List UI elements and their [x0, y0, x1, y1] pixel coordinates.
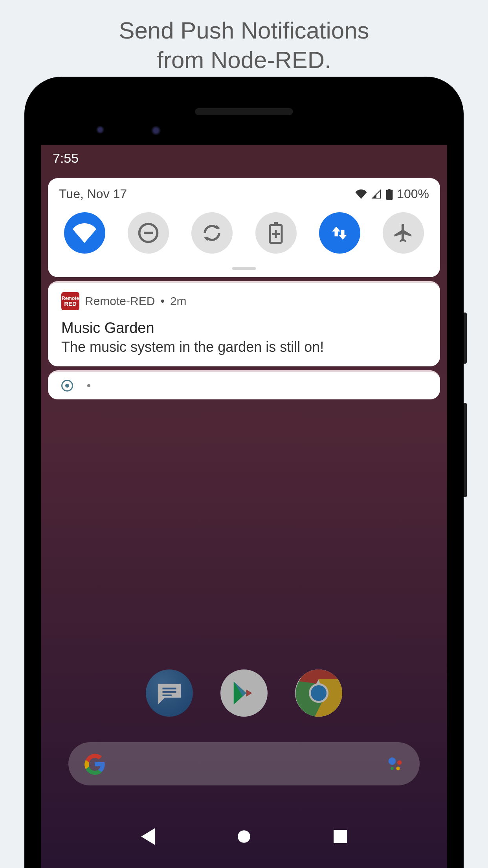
nav-back-button[interactable] [140, 829, 156, 844]
svg-rect-1 [388, 189, 391, 190]
battery-saver-icon [268, 222, 284, 244]
system-update-icon [61, 380, 73, 392]
caption-line2: from Node-RED. [157, 47, 331, 73]
qs-toggle-wifi[interactable] [64, 212, 105, 254]
status-bar: 7:55 [41, 145, 447, 168]
quick-settings-panel[interactable]: Tue, Nov 17 100% [48, 178, 440, 277]
front-camera-1 [96, 125, 105, 134]
messages-app-icon[interactable] [146, 669, 193, 717]
play-store-app-icon[interactable] [220, 669, 268, 717]
caption-line1: Send Push Notifications [119, 17, 369, 44]
notification-app-name: Remote-RED [85, 294, 155, 308]
svg-rect-5 [274, 222, 278, 225]
power-button [464, 313, 467, 364]
nav-recent-button[interactable] [332, 829, 348, 844]
svg-point-15 [391, 767, 394, 770]
separator: • [160, 294, 165, 308]
data-arrows-icon [330, 223, 349, 243]
qs-toggle-airplane[interactable] [383, 212, 424, 254]
google-search-bar[interactable] [68, 742, 420, 785]
svg-point-16 [238, 830, 250, 843]
airplane-icon [393, 222, 414, 244]
navigation-bar [41, 817, 447, 856]
phone-screen: 7:55 Tue, Nov 17 100% [41, 145, 447, 868]
qs-header: Tue, Nov 17 100% [48, 187, 440, 212]
notification-timestamp: 2m [170, 294, 187, 308]
play-store-icon [230, 679, 258, 707]
notification-body: The music system in the garden is still … [61, 339, 427, 355]
app-icon-remote-red: Remote RED [61, 292, 79, 310]
qs-toggle-battery-saver[interactable] [255, 212, 297, 254]
svg-point-14 [396, 767, 400, 770]
back-icon [141, 828, 155, 845]
volume-button [464, 403, 467, 497]
qs-toggle-dnd[interactable] [128, 212, 169, 254]
messages-icon [156, 681, 183, 705]
assistant-icon [386, 755, 404, 773]
wifi-icon [73, 223, 96, 243]
battery-percent: 100% [397, 187, 429, 201]
qs-toggles-row [48, 212, 440, 261]
nav-home-button[interactable] [236, 829, 252, 844]
google-logo-icon [84, 753, 106, 775]
collapsed-notification[interactable] [48, 370, 440, 399]
qs-date: Tue, Nov 17 [59, 187, 127, 201]
chrome-app-icon[interactable] [295, 669, 342, 717]
dnd-icon [138, 222, 159, 244]
promo-caption: Send Push Notifications from Node-RED. [0, 16, 488, 75]
home-icon [237, 829, 251, 844]
notification-header: Remote RED Remote-RED • 2m [61, 292, 427, 310]
qs-toggle-autorotate[interactable] [191, 212, 233, 254]
earpiece [195, 108, 293, 115]
svg-point-13 [397, 760, 402, 765]
qs-status-icons: 100% [355, 187, 429, 201]
app-dock [41, 669, 447, 717]
svg-point-12 [389, 757, 396, 765]
qs-drag-handle[interactable] [232, 267, 256, 270]
phone-frame: 7:55 Tue, Nov 17 100% [24, 77, 464, 868]
front-camera-2 [151, 125, 161, 136]
notification-card[interactable]: Remote RED Remote-RED • 2m Music Garden … [48, 281, 440, 366]
status-time: 7:55 [53, 151, 79, 166]
svg-point-11 [311, 685, 327, 701]
notification-title: Music Garden [61, 320, 427, 337]
notification-dot [87, 384, 90, 387]
qs-toggle-mobile-data[interactable] [319, 212, 360, 254]
chrome-icon [295, 669, 342, 717]
battery-icon [386, 189, 393, 200]
svg-rect-0 [386, 189, 393, 199]
recent-icon [334, 830, 347, 843]
wifi-icon [355, 189, 367, 199]
svg-rect-17 [334, 830, 347, 843]
signal-icon [371, 189, 382, 199]
rotate-icon [201, 222, 223, 244]
